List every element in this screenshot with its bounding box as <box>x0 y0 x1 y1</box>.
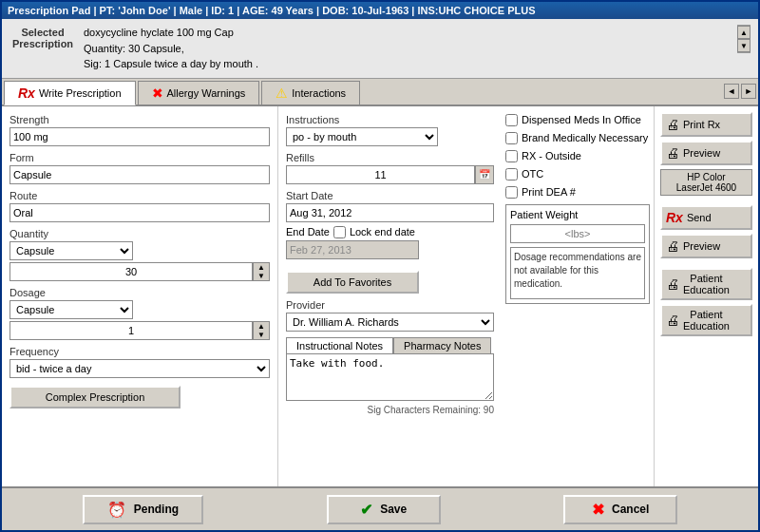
instructions-select[interactable]: po - by mouth <box>286 127 438 146</box>
preview2-icon: 🖨 <box>666 238 679 254</box>
otc-label: OTC <box>522 168 543 180</box>
quantity-unit-select[interactable]: Capsule <box>10 241 133 260</box>
dosage-input[interactable] <box>10 321 253 340</box>
refills-calendar-btn[interactable]: 📅 <box>475 165 494 184</box>
cancel-button[interactable]: ✖ Cancel <box>563 495 677 524</box>
lock-end-date-checkbox[interactable] <box>333 226 346 238</box>
quantity-dropdown-row: Capsule <box>10 241 270 260</box>
tab-interactions-label: Interactions <box>292 87 346 99</box>
dosage-input-row: ▲▼ <box>10 321 270 340</box>
printer-icon: 🖨 <box>666 117 679 132</box>
tab-write-prescription[interactable]: Rx Write Prescription <box>4 81 136 105</box>
patient-education-button1[interactable]: 🖨 PatientEducation <box>660 268 752 300</box>
prescription-line1: doxycycline hyclate 100 mg Cap <box>84 25 730 41</box>
end-date-input[interactable] <box>286 240 419 259</box>
right-panel: 🖨 Print Rx 🖨 Preview HP ColorLaserJet 46… <box>654 106 758 487</box>
rx-outside-label: RX - Outside <box>522 150 581 162</box>
dispensed-meds-row: Dispensed Meds In Office <box>505 114 650 126</box>
quantity-input[interactable] <box>10 262 253 281</box>
patient-weight-label: Patient Weight <box>510 209 645 220</box>
dispensed-meds-checkbox[interactable] <box>505 114 518 126</box>
allergy-icon: ✖ <box>152 86 163 101</box>
pending-button[interactable]: ⏰ Pending <box>83 495 203 524</box>
tab-allergy-label: Allergy Warnings <box>167 87 246 99</box>
print-dea-row: Print DEA # <box>505 186 650 199</box>
otc-checkbox[interactable] <box>505 168 518 180</box>
print-dea-checkbox[interactable] <box>505 186 518 199</box>
tab-write-label: Write Prescription <box>39 87 122 99</box>
selected-prescription-bar: SelectedPrescription doxycycline hyclate… <box>2 19 758 79</box>
print-rx-button[interactable]: 🖨 Print Rx <box>660 112 752 137</box>
print-dea-label: Print DEA # <box>522 186 576 198</box>
refills-input[interactable] <box>286 165 475 184</box>
main-content: Strength Form Route Quantity Capsule ▲▼ … <box>2 106 758 487</box>
end-date-row: End Date Lock end date <box>286 226 494 238</box>
notes-textarea[interactable]: Take with food. <box>286 353 494 401</box>
frequency-select[interactable]: bid - twice a day <box>10 359 270 378</box>
preview-button[interactable]: 🖨 Preview <box>660 141 752 165</box>
rx-icon: Rx <box>18 86 35 101</box>
instructional-tab-label: Instructional Notes <box>296 340 383 352</box>
preview2-label: Preview <box>683 240 720 252</box>
rx-outside-checkbox[interactable] <box>505 150 518 162</box>
strength-input[interactable] <box>10 127 270 146</box>
preview-icon: 🖨 <box>666 145 679 161</box>
bottom-bar: ⏰ Pending ✔ Save ✖ Cancel <box>2 486 758 530</box>
frequency-row: bid - twice a day <box>10 359 270 378</box>
send-button[interactable]: Rx Send <box>660 205 752 230</box>
tab-pharmacy-notes[interactable]: Pharmacy Notes <box>393 337 491 353</box>
tab-interactions[interactable]: ⚠ Interactions <box>261 81 360 104</box>
quantity-label: Quantity <box>10 228 270 239</box>
end-date-label: End Date <box>286 226 330 238</box>
provider-select[interactable]: Dr. William A. Richards <box>286 313 494 332</box>
complex-prescription-button[interactable]: Complex Prescription <box>10 386 180 408</box>
scroll-up-btn[interactable]: ▲ <box>737 26 750 39</box>
otc-row: OTC <box>505 168 650 180</box>
dosage-recommendation: Dosage recommendations are not available… <box>510 247 645 299</box>
prescription-line3: Sig: 1 Capsule twice a day by mouth . <box>84 56 730 72</box>
dosage-spinner[interactable]: ▲▼ <box>253 321 270 340</box>
quantity-spinner[interactable]: ▲▼ <box>253 262 270 281</box>
frequency-label: Frequency <box>10 346 270 357</box>
tab-next-btn[interactable]: ► <box>741 84 756 99</box>
lock-end-date-label: Lock end date <box>350 226 415 238</box>
favorites-row: Add To Favorites <box>286 263 494 294</box>
scroll-down-btn[interactable]: ▼ <box>737 39 750 52</box>
instructions-label: Instructions <box>286 114 494 125</box>
save-button[interactable]: ✔ Save <box>327 495 441 524</box>
tabs-bar: Rx Write Prescription ✖ Allergy Warnings… <box>2 79 758 106</box>
form-label: Form <box>10 152 270 163</box>
dispensed-meds-label: Dispensed Meds In Office <box>522 114 641 125</box>
add-to-favorites-button[interactable]: Add To Favorites <box>286 271 419 294</box>
tab-prev-btn[interactable]: ◄ <box>724 84 739 99</box>
patient-weight-section: Patient Weight Dosage recommendations ar… <box>505 204 650 304</box>
pending-icon: ⏰ <box>107 501 126 519</box>
form-input[interactable] <box>10 165 270 184</box>
cancel-icon: ✖ <box>592 501 604 519</box>
tab-allergy-warnings[interactable]: ✖ Allergy Warnings <box>138 81 260 104</box>
brand-medically-checkbox[interactable] <box>505 132 518 144</box>
patient-weight-input[interactable] <box>510 224 645 243</box>
pending-label: Pending <box>134 503 179 516</box>
tab-instructional-notes[interactable]: Instructional Notes <box>286 337 393 353</box>
preview2-button[interactable]: 🖨 Preview <box>660 234 752 258</box>
refills-row: 📅 <box>286 165 494 184</box>
start-date-row <box>286 203 494 222</box>
route-input[interactable] <box>10 203 270 222</box>
patient-education-button2[interactable]: 🖨 PatientEducation <box>660 304 752 336</box>
left-panel: Strength Form Route Quantity Capsule ▲▼ … <box>2 106 277 487</box>
prescription-scrollbar[interactable]: ▲ ▼ <box>737 25 750 53</box>
start-date-input[interactable] <box>286 203 494 222</box>
provider-label: Provider <box>286 299 494 311</box>
patient-ed2-label: PatientEducation <box>683 309 730 332</box>
print-rx-label: Print Rx <box>683 119 720 130</box>
preview-label: Preview <box>683 147 720 159</box>
dosage-label: Dosage <box>10 287 270 298</box>
sig-chars-remaining: Sig Characters Remaining: 90 <box>286 405 494 415</box>
dosage-unit-select[interactable]: Capsule <box>10 300 133 319</box>
patient-education-section: 🖨 PatientEducation 🖨 PatientEducation <box>660 268 752 336</box>
middle-panel: Instructions po - by mouth Refills 📅 Sta… <box>277 106 502 487</box>
selected-prescription-label: SelectedPrescription <box>10 27 76 49</box>
route-label: Route <box>10 190 270 201</box>
education1-icon: 🖨 <box>666 276 679 292</box>
